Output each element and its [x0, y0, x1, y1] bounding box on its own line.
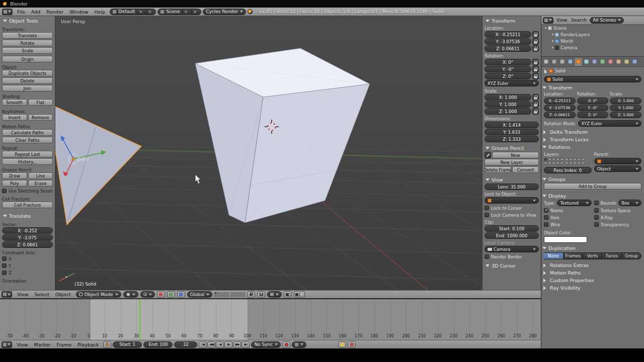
menu-item[interactable]: Marker — [31, 342, 54, 347]
properties-tab[interactable] — [591, 57, 598, 66]
lock-icon[interactable] — [532, 38, 539, 45]
properties-tab[interactable] — [558, 57, 566, 66]
duplication-panel-header[interactable]: Duplication — [541, 244, 644, 252]
rotation-field[interactable]: Z: 0° — [485, 73, 531, 79]
scale-field[interactable]: X: 1.000 — [610, 98, 641, 104]
delete-button[interactable]: Delete — [2, 77, 53, 84]
scale-field[interactable]: Z: 1.000 — [485, 108, 531, 115]
menu-item[interactable]: Add — [28, 9, 43, 15]
properties-tab[interactable] — [542, 57, 550, 66]
transform-panel-header[interactable]: Transform — [485, 17, 539, 25]
3d-cursor-panel-header[interactable]: 3D Cursor — [485, 262, 539, 269]
lens-field[interactable]: Lens: 35.000 — [485, 184, 539, 190]
rotation-field[interactable]: Z: 0° — [577, 112, 609, 118]
delete-layout-button[interactable]: × — [146, 9, 153, 15]
parent-type-dropdown[interactable]: Object — [594, 165, 642, 172]
properties-tab[interactable] — [607, 57, 614, 66]
layer-cell[interactable] — [223, 292, 226, 294]
use-sketching-session-checkbox[interactable]: Use Sketching Sessio — [2, 188, 53, 194]
editor-type-icon[interactable] — [2, 291, 12, 298]
menu-item[interactable]: Frame — [53, 342, 74, 347]
layer-cell[interactable] — [230, 295, 233, 297]
layer-cell[interactable] — [220, 292, 223, 294]
layer-cell[interactable] — [233, 295, 236, 297]
layer-cell[interactable] — [573, 158, 577, 161]
gp-line-button[interactable]: Line — [28, 172, 53, 179]
scale-field[interactable]: Y: 1.000 — [485, 101, 531, 108]
lock-icon[interactable] — [532, 101, 539, 108]
manipulator-translate-button[interactable] — [157, 291, 165, 298]
layer-cell[interactable] — [239, 295, 242, 297]
menu-item[interactable]: View — [14, 342, 31, 347]
lock-object-field[interactable] — [485, 197, 539, 204]
clip-end-field[interactable]: End: 1000.000 — [485, 232, 539, 239]
display-checkbox[interactable]: Name — [544, 207, 592, 214]
use-preview-range-toggle[interactable] — [103, 341, 111, 348]
local-camera-field[interactable]: Camera — [485, 246, 539, 252]
lock-icon[interactable] — [532, 31, 539, 38]
duplication-option[interactable]: Group — [622, 252, 641, 259]
menu-item[interactable]: Help — [92, 9, 109, 15]
layer-cell[interactable] — [544, 158, 547, 161]
bounds-type-dropdown[interactable]: Box — [618, 200, 641, 206]
layer-cell[interactable] — [548, 161, 551, 164]
transport-button[interactable]: ▶ — [224, 341, 232, 348]
insert-keyframe-button[interactable] — [338, 341, 346, 348]
vector-x-field[interactable]: X: -0.252 — [2, 227, 53, 234]
gp-draw-button[interactable]: Draw — [2, 172, 27, 179]
duplication-option[interactable]: Verts — [583, 252, 603, 259]
transform-locks-panel-header[interactable]: Transform Locks — [541, 136, 644, 143]
manipulator-rotate-button[interactable] — [167, 291, 175, 298]
vector-y-field[interactable]: Y: -3.075 — [2, 234, 53, 241]
layer-cell[interactable] — [239, 292, 242, 294]
opengl-render-image-button[interactable] — [284, 291, 292, 298]
delta-transform-panel-header[interactable]: Delta Transform — [541, 128, 644, 136]
lock-camera-to-view-checkbox[interactable]: Lock Camera to View — [485, 212, 539, 218]
snap-toggle-button[interactable] — [257, 291, 265, 298]
gp-new-button[interactable]: New — [492, 152, 539, 158]
duplicate-objects-button[interactable]: Duplicate Objects — [2, 70, 53, 76]
flat-button[interactable]: Flat — [28, 99, 53, 106]
editor-type-icon[interactable] — [2, 341, 12, 348]
layer-cell[interactable] — [569, 158, 573, 161]
properties-tab[interactable] — [567, 57, 574, 66]
snap-element-dropdown[interactable] — [267, 291, 282, 298]
properties-tab[interactable] — [550, 57, 558, 66]
dimension-field[interactable]: Z: 1.333 — [485, 136, 539, 142]
rotation-field[interactable]: X: 0° — [485, 59, 531, 65]
pass-index-field[interactable]: Pass Index: 0 — [544, 167, 592, 173]
lock-icon[interactable] — [532, 66, 539, 72]
viewport-shading-dropdown[interactable] — [123, 291, 138, 298]
add-layout-button[interactable]: + — [137, 9, 144, 15]
delete-scene-button[interactable]: × — [191, 9, 198, 15]
properties-tab[interactable] — [623, 57, 630, 66]
layer-cell[interactable] — [577, 158, 581, 161]
transport-button[interactable]: ▶| — [242, 341, 250, 348]
calculate-paths-button[interactable]: Calculate Paths — [2, 129, 53, 136]
render-engine-dropdown[interactable]: Cycles Render — [203, 9, 246, 15]
translate-button[interactable]: Translate — [2, 32, 53, 39]
cell-fracture-button[interactable]: Cell Fracture — [2, 202, 53, 208]
menu-item[interactable]: Playback — [74, 342, 102, 347]
display-checkbox[interactable]: X-Ray — [594, 214, 642, 221]
scale-button[interactable]: Scale — [2, 47, 53, 54]
scale-field[interactable]: Y: 1.000 — [610, 105, 641, 111]
layer-cell[interactable] — [560, 161, 564, 164]
render-border-checkbox[interactable]: Render Border — [485, 253, 539, 260]
lock-to-cursor-checkbox[interactable]: Lock to Cursor — [485, 205, 539, 211]
object-color-swatch[interactable] — [544, 236, 587, 243]
pencil-icon[interactable] — [485, 152, 491, 158]
layer-cell[interactable] — [560, 158, 564, 161]
layer-cell[interactable] — [217, 295, 220, 297]
gp-poly-button[interactable]: Poly — [2, 180, 27, 187]
layer-cell[interactable] — [226, 295, 229, 297]
menu-item[interactable]: Search — [569, 18, 589, 23]
object-name-field[interactable]: Solid — [544, 76, 641, 82]
outliner-item[interactable]: Scene — [541, 25, 644, 31]
collapsed-panel-header[interactable]: Ray Visibility — [541, 284, 644, 292]
properties-tab[interactable] — [583, 57, 590, 66]
rotation-field[interactable]: X: 0° — [577, 98, 609, 104]
lock-icon[interactable] — [532, 45, 539, 52]
dimension-field[interactable]: Y: 1.633 — [485, 129, 539, 135]
history-button[interactable]: History... — [2, 158, 53, 165]
